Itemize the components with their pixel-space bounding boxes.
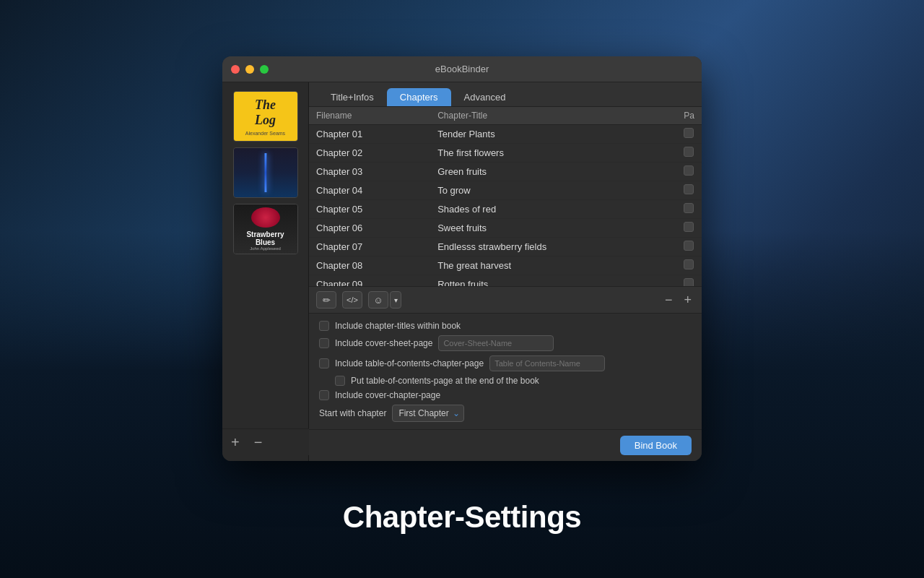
table-row[interactable]: Chapter 08The great harvest bbox=[309, 256, 702, 275]
cell-chapter-title: The great harvest bbox=[430, 256, 676, 275]
page-checkbox-icon bbox=[684, 241, 694, 251]
cell-filename: Chapter 02 bbox=[309, 144, 430, 163]
label-include-cover-sheet: Include cover-sheet-page bbox=[335, 338, 432, 348]
book-cover-3: StrawberryBlues John Appleseed bbox=[234, 204, 297, 254]
page-checkbox-icon bbox=[684, 203, 694, 213]
option-include-cover-chapter: Include cover-chapter-page bbox=[319, 390, 692, 400]
page-checkbox-icon bbox=[684, 278, 694, 286]
add-book-button[interactable]: + bbox=[231, 435, 240, 449]
cell-chapter-title: Endlesss strawberry fields bbox=[430, 238, 676, 256]
page-checkbox-icon bbox=[684, 128, 694, 138]
toolbar-row: ✏ </> ☺ ▾ − + bbox=[309, 286, 702, 313]
table-row[interactable]: Chapter 05Shades of red bbox=[309, 200, 702, 219]
window-body: TheLog Alexander Seams StrawberryBlues J… bbox=[222, 82, 702, 461]
maximize-button[interactable] bbox=[260, 65, 269, 74]
cell-page-checkbox[interactable] bbox=[676, 256, 702, 275]
cell-filename: Chapter 09 bbox=[309, 275, 430, 287]
table-row[interactable]: Chapter 03Green fruits bbox=[309, 163, 702, 181]
cell-filename: Chapter 08 bbox=[309, 256, 430, 275]
table-row[interactable]: Chapter 01Tender Plants bbox=[309, 125, 702, 144]
cell-filename: Chapter 01 bbox=[309, 125, 430, 144]
cell-chapter-title: Shades of red bbox=[430, 200, 676, 219]
sidebar-book-3[interactable]: StrawberryBlues John Appleseed bbox=[233, 204, 298, 254]
checkbox-include-cover-sheet[interactable] bbox=[319, 338, 329, 348]
cell-filename: Chapter 04 bbox=[309, 181, 430, 200]
book-cover-2 bbox=[234, 148, 297, 197]
cell-filename: Chapter 06 bbox=[309, 219, 430, 238]
cell-page-checkbox[interactable] bbox=[676, 181, 702, 200]
cell-filename: Chapter 07 bbox=[309, 238, 430, 256]
remove-book-button[interactable]: − bbox=[254, 435, 263, 449]
start-chapter-label: Start with chapter bbox=[319, 408, 386, 418]
sidebar: TheLog Alexander Seams StrawberryBlues J… bbox=[222, 82, 309, 461]
page-title: Chapter-Settings bbox=[0, 500, 924, 535]
toc-name-input[interactable] bbox=[489, 355, 605, 371]
option-toc-end: Put table-of-contents-page at the end of… bbox=[319, 376, 692, 386]
cell-chapter-title: The first flowers bbox=[430, 144, 676, 163]
label-include-toc: Include table-of-contents-chapter-page bbox=[335, 358, 484, 368]
checkbox-include-toc[interactable] bbox=[319, 358, 329, 368]
bottom-bar: Bind Book bbox=[309, 429, 702, 461]
options-section: Include chapter-titles within book Inclu… bbox=[309, 313, 702, 429]
cell-page-checkbox[interactable] bbox=[676, 163, 702, 181]
label-toc-end: Put table-of-contents-page at the end of… bbox=[351, 376, 539, 386]
table-row[interactable]: Chapter 09Rotten fruits bbox=[309, 275, 702, 287]
checkbox-include-cover-chapter[interactable] bbox=[319, 390, 329, 400]
cell-page-checkbox[interactable] bbox=[676, 275, 702, 287]
page-checkbox-icon bbox=[684, 259, 694, 269]
cell-filename: Chapter 05 bbox=[309, 200, 430, 219]
col-header-filename: Filename bbox=[309, 107, 430, 125]
cell-chapter-title: Rotten fruits bbox=[430, 275, 676, 287]
cell-page-checkbox[interactable] bbox=[676, 238, 702, 256]
cell-page-checkbox[interactable] bbox=[676, 144, 702, 163]
main-content: Title+Infos Chapters Advanced Filename C… bbox=[309, 82, 702, 461]
checkbox-toc-end[interactable] bbox=[335, 376, 345, 386]
titlebar: eBookBinder bbox=[222, 56, 702, 82]
emoji-tool-group: ☺ ▾ bbox=[368, 291, 401, 309]
code-tool-button[interactable]: </> bbox=[342, 291, 362, 309]
table-row[interactable]: Chapter 04To grow bbox=[309, 181, 702, 200]
sidebar-footer: + − bbox=[222, 428, 309, 455]
code-icon: </> bbox=[346, 296, 358, 304]
page-checkbox-icon bbox=[684, 222, 694, 232]
sidebar-book-2[interactable] bbox=[233, 147, 298, 198]
start-chapter-row: Start with chapter First Chapter Chapter… bbox=[319, 405, 692, 422]
sidebar-book-1[interactable]: TheLog Alexander Seams bbox=[233, 91, 298, 142]
tabs-bar: Title+Infos Chapters Advanced bbox=[309, 82, 702, 107]
chapter-table: Filename Chapter-Title Pa Chapter 01Tend… bbox=[309, 107, 702, 286]
start-chapter-select-wrapper: First Chapter Chapter 01 Chapter 02 Chap… bbox=[392, 405, 464, 422]
col-header-chapter-title: Chapter-Title bbox=[430, 107, 676, 125]
add-chapter-button[interactable]: + bbox=[681, 293, 694, 308]
table-row[interactable]: Chapter 07Endlesss strawberry fields bbox=[309, 238, 702, 256]
cell-chapter-title: Green fruits bbox=[430, 163, 676, 181]
bind-book-button[interactable]: Bind Book bbox=[620, 436, 692, 455]
app-window: eBookBinder TheLog Alexander Seams Straw… bbox=[222, 56, 702, 461]
edit-tool-button[interactable]: ✏ bbox=[316, 291, 336, 309]
option-include-chapter-titles: Include chapter-titles within book bbox=[319, 321, 692, 331]
cell-chapter-title: Tender Plants bbox=[430, 125, 676, 144]
book-3-title: StrawberryBlues bbox=[246, 230, 284, 246]
start-chapter-select[interactable]: First Chapter Chapter 01 Chapter 02 Chap… bbox=[392, 405, 464, 422]
checkbox-include-chapter-titles[interactable] bbox=[319, 321, 329, 331]
remove-chapter-button[interactable]: − bbox=[662, 293, 676, 308]
page-checkbox-icon bbox=[684, 184, 694, 194]
cell-chapter-title: Sweet fruits bbox=[430, 219, 676, 238]
table-row[interactable]: Chapter 06Sweet fruits bbox=[309, 219, 702, 238]
tab-title-infos[interactable]: Title+Infos bbox=[318, 88, 387, 106]
cell-page-checkbox[interactable] bbox=[676, 200, 702, 219]
traffic-lights bbox=[231, 65, 269, 74]
chapter-table-area: Filename Chapter-Title Pa Chapter 01Tend… bbox=[309, 107, 702, 286]
cell-page-checkbox[interactable] bbox=[676, 125, 702, 144]
tab-chapters[interactable]: Chapters bbox=[387, 88, 451, 106]
minimize-button[interactable] bbox=[245, 65, 254, 74]
table-row[interactable]: Chapter 02The first flowers bbox=[309, 144, 702, 163]
page-checkbox-icon bbox=[684, 165, 694, 176]
close-button[interactable] bbox=[231, 65, 240, 74]
cell-filename: Chapter 03 bbox=[309, 163, 430, 181]
book-1-title: TheLog bbox=[255, 98, 276, 128]
emoji-button[interactable]: ☺ bbox=[368, 291, 388, 309]
tab-advanced[interactable]: Advanced bbox=[451, 88, 519, 106]
emoji-dropdown[interactable]: ▾ bbox=[390, 291, 401, 309]
cover-sheet-name-input[interactable] bbox=[438, 335, 554, 351]
cell-page-checkbox[interactable] bbox=[676, 219, 702, 238]
